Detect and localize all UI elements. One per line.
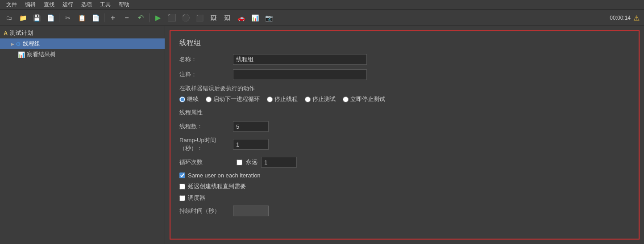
toolbar-img2[interactable]: 🖼: [221, 12, 233, 24]
comment-row: 注释：: [179, 69, 630, 80]
menu-run[interactable]: 运行: [59, 0, 77, 9]
main-layout: A 测试计划 ▶ ⚙ 线程组 📊 察看结果树 ⋮ 线程组 名称：: [0, 26, 644, 244]
loop-forever-checkbox[interactable]: [237, 160, 242, 165]
scheduler-checkbox[interactable]: [179, 195, 185, 201]
delay-create-row: 延迟创建线程直到需要: [179, 182, 630, 190]
toolbar-sep2: [104, 13, 104, 22]
menu-tools[interactable]: 工具: [96, 0, 114, 9]
radio-stop-thread-label: 停止线程: [274, 95, 298, 103]
error-action-row: 在取样器错误后要执行的动作 继续 启动下一进程循环 停止线程: [179, 84, 630, 103]
rampup-label: Ramp-Up时间（秒）：: [179, 136, 233, 152]
menu-help[interactable]: 帮助: [115, 0, 133, 9]
delay-create-checkbox[interactable]: [179, 184, 185, 189]
toolbar-sep3: [149, 13, 150, 22]
thread-group-arrow: ▶: [11, 42, 14, 46]
toolbar-undo[interactable]: ↶: [134, 12, 147, 24]
menu-file[interactable]: 文件: [3, 0, 21, 9]
warning-icon: ⚠: [633, 13, 640, 22]
tree-item-thread-group[interactable]: ▶ ⚙ 线程组: [0, 38, 165, 49]
radio-stop-test-label: 停止测试: [312, 95, 336, 103]
delay-create-label: 延迟创建线程直到需要: [188, 182, 246, 190]
content-box: 线程组 名称： 注释： 在取样器错误后要执行的动作 继续: [170, 30, 640, 240]
left-panel: A 测试计划 ▶ ⚙ 线程组 📊 察看结果树: [0, 26, 165, 244]
right-panel: 线程组 名称： 注释： 在取样器错误后要执行的动作 继续: [165, 26, 644, 244]
radio-next-loop[interactable]: 启动下一进程循环: [206, 95, 260, 103]
toolbar-camera[interactable]: 📷: [262, 12, 275, 24]
radio-stop-now[interactable]: 立即停止测试: [343, 95, 385, 103]
same-user-checkbox[interactable]: [179, 172, 185, 178]
toolbar-stop[interactable]: ⬛: [166, 12, 178, 24]
toolbar-open[interactable]: 📁: [17, 12, 29, 24]
radio-stop-thread[interactable]: 停止线程: [267, 95, 298, 103]
test-plan-icon: A: [4, 30, 8, 37]
toolbar-record[interactable]: ⚫: [179, 12, 192, 24]
thread-group-icon: ⚙: [16, 41, 21, 47]
name-label: 名称：: [179, 55, 233, 63]
name-input[interactable]: [233, 54, 367, 65]
tree-item-results-tree-label: 察看结果树: [27, 50, 56, 59]
scheduler-row: 调度器: [179, 194, 630, 202]
menubar: 文件 编辑 查找 运行 选项 工具 帮助: [0, 0, 644, 10]
toolbar-copy[interactable]: 📋: [75, 12, 88, 24]
tree-item-test-plan[interactable]: A 测试计划: [0, 28, 165, 38]
duration-input[interactable]: [233, 206, 269, 216]
timer-display: 00:00:14: [610, 15, 631, 21]
toolbar-car[interactable]: 🚗: [235, 12, 247, 24]
toolbar: 🗂 📁 💾 📄 ✂ 📋 📄 + − ↶ ▶ ⬛ ⚫ ⬛ 🖼 🖼 🚗 📊 📷 00…: [0, 10, 644, 26]
toolbar-chart[interactable]: 📊: [249, 12, 261, 24]
toolbar-paste[interactable]: 📄: [89, 12, 102, 24]
thread-count-input[interactable]: [233, 121, 269, 132]
toolbar-save-as[interactable]: 📄: [44, 12, 57, 24]
results-tree-icon: 📊: [18, 51, 25, 58]
radio-next-loop-label: 启动下一进程循环: [213, 95, 260, 103]
thread-count-label: 线程数：: [179, 122, 233, 130]
rampup-input[interactable]: [233, 139, 269, 150]
toolbar-start[interactable]: ▶: [152, 12, 164, 24]
toolbar-sep1: [59, 13, 59, 22]
loop-row: 循环次数 永远: [179, 157, 630, 168]
scheduler-label: 调度器: [188, 194, 205, 202]
tree-item-results-tree[interactable]: 📊 察看结果树: [0, 49, 165, 60]
thread-props: 线程数： Ramp-Up时间（秒）： 循环次数 永远: [179, 121, 630, 216]
section-title: 线程组: [179, 38, 630, 48]
radio-stop-test[interactable]: 停止测试: [305, 95, 336, 103]
loop-label: 循环次数: [179, 158, 233, 166]
toolbar-new[interactable]: 🗂: [3, 12, 15, 24]
comment-label: 注释：: [179, 71, 233, 79]
thread-props-title: 线程属性: [179, 109, 630, 117]
menu-edit[interactable]: 编辑: [21, 0, 39, 9]
same-user-label: Same user on each iteration: [188, 172, 261, 179]
menu-options[interactable]: 选项: [78, 0, 96, 9]
name-row: 名称：: [179, 54, 630, 65]
error-action-radio-group: 继续 启动下一进程循环 停止线程 停止测试: [179, 95, 630, 103]
tree-item-test-plan-label: 测试计划: [10, 29, 33, 37]
tree-item-thread-group-label: 线程组: [23, 40, 40, 48]
toolbar-add[interactable]: +: [107, 12, 119, 24]
comment-input[interactable]: [233, 69, 367, 80]
thread-count-row: 线程数：: [179, 121, 630, 132]
toolbar-save[interactable]: 💾: [30, 12, 43, 24]
loop-forever-label: 永远: [246, 158, 258, 166]
toolbar-img1[interactable]: 🖼: [207, 12, 220, 24]
duration-row: 持续时间（秒）: [179, 206, 630, 216]
menu-find[interactable]: 查找: [40, 0, 58, 9]
toolbar-record2[interactable]: ⬛: [193, 12, 206, 24]
loop-count-input[interactable]: [261, 157, 297, 168]
toolbar-cut[interactable]: ✂: [62, 12, 74, 24]
radio-continue[interactable]: 继续: [179, 95, 199, 103]
radio-stop-now-label: 立即停止测试: [350, 95, 385, 103]
radio-continue-label: 继续: [187, 95, 199, 103]
toolbar-remove[interactable]: −: [120, 12, 133, 24]
duration-label: 持续时间（秒）: [179, 207, 233, 215]
rampup-row: Ramp-Up时间（秒）：: [179, 136, 630, 152]
error-action-label: 在取样器错误后要执行的动作: [179, 84, 630, 93]
same-user-row: Same user on each iteration: [179, 172, 630, 179]
